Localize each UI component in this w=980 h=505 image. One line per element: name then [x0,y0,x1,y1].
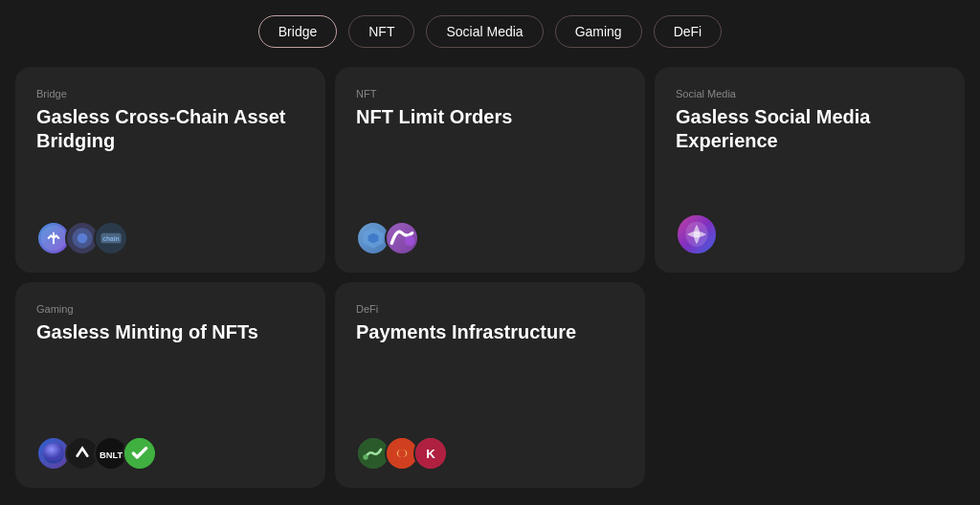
svg-point-7 [405,235,415,246]
defi-card-icons: K [356,436,624,471]
defi-card-title: Payments Infrastructure [356,320,624,344]
gaming-icon-4 [122,436,157,471]
nft-card[interactable]: NFT NFT Limit Orders [335,67,645,273]
nav-tab-nft[interactable]: NFT [348,15,414,48]
gaming-card-category: Gaming [36,303,304,315]
defi-card-category: DeFi [356,303,624,315]
gaming-card-icons: BNLT [36,436,304,471]
bridge-card-title: Gasless Cross-Chain Asset Bridging [36,105,304,153]
nav-tab-defi[interactable]: DeFi [654,15,723,48]
gaming-card[interactable]: Gaming Gasless Minting of NFTs [15,282,325,488]
svg-text:K: K [426,447,435,461]
nft-card-category: NFT [356,88,624,99]
bridge-icon-3: chain [94,221,128,255]
bridge-card-icons: chain [36,221,304,255]
bridge-card[interactable]: Bridge Gasless Cross-Chain Asset Bridgin… [15,67,325,273]
defi-card[interactable]: DeFi Payments Infrastructure [335,282,645,488]
nft-icon-2 [385,221,419,255]
nav-tab-social-media[interactable]: Social Media [426,15,543,48]
svg-point-15 [363,454,368,459]
nft-card-title: NFT Limit Orders [356,105,624,129]
cards-grid: Bridge Gasless Cross-Chain Asset Bridgin… [0,67,980,503]
social-card-title: Gasless Social Media Experience [676,105,944,153]
svg-point-2 [78,233,88,244]
defi-icon-3: K [413,436,448,471]
svg-point-17 [398,450,406,457]
svg-text:chain: chain [102,235,119,242]
social-card-icons [676,213,944,255]
nav-tab-gaming[interactable]: Gaming [555,15,642,48]
gaming-card-title: Gasless Minting of NFTs [36,320,304,344]
social-media-card[interactable]: Social Media Gasless Social Media Experi… [655,67,965,273]
nav-tab-bridge[interactable]: Bridge [258,15,337,48]
nft-card-icons [356,221,624,255]
social-icon-1 [676,213,718,255]
svg-text:BNLT: BNLT [100,450,122,460]
svg-point-9 [43,443,63,461]
social-card-category: Social Media [676,88,944,99]
top-navigation: Bridge NFT Social Media Gaming DeFi [0,0,980,67]
bridge-card-category: Bridge [36,88,304,99]
